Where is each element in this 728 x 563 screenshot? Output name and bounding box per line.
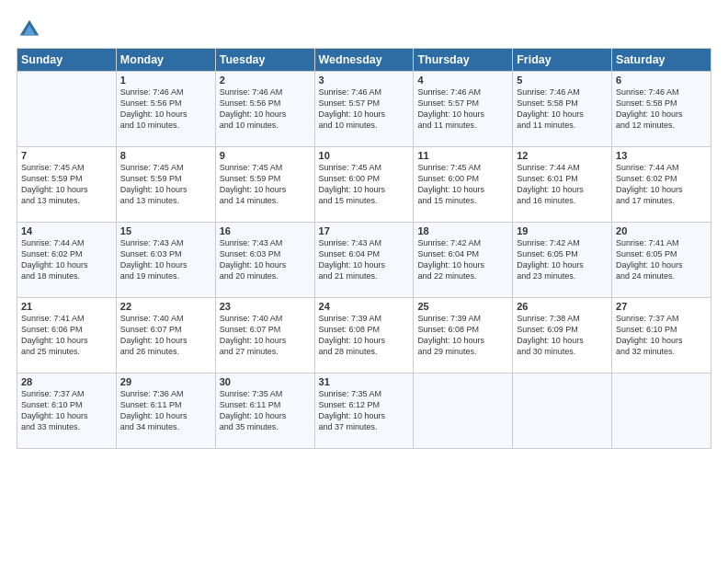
calendar-cell: 14Sunrise: 7:44 AM Sunset: 6:02 PM Dayli…	[17, 223, 117, 298]
calendar-cell: 16Sunrise: 7:43 AM Sunset: 6:03 PM Dayli…	[215, 223, 314, 298]
calendar-cell: 29Sunrise: 7:36 AM Sunset: 6:11 PM Dayli…	[116, 373, 215, 449]
day-number: 11	[417, 150, 508, 161]
cell-info: Sunrise: 7:39 AM Sunset: 6:08 PM Dayligh…	[319, 313, 410, 358]
day-number: 25	[417, 301, 508, 312]
day-number: 4	[417, 75, 508, 86]
column-header-saturday: Saturday	[612, 49, 711, 72]
day-number: 15	[120, 225, 211, 236]
calendar-cell: 1Sunrise: 7:46 AM Sunset: 5:56 PM Daylig…	[116, 72, 215, 147]
calendar-cell: 9Sunrise: 7:45 AM Sunset: 5:59 PM Daylig…	[215, 147, 314, 223]
day-number: 31	[319, 376, 410, 387]
day-number: 19	[517, 225, 608, 236]
cell-info: Sunrise: 7:46 AM Sunset: 5:56 PM Dayligh…	[120, 86, 211, 132]
day-number: 6	[616, 75, 707, 86]
day-number: 28	[21, 376, 112, 387]
week-row-1: 1Sunrise: 7:46 AM Sunset: 5:56 PM Daylig…	[17, 72, 711, 147]
cell-info: Sunrise: 7:40 AM Sunset: 6:07 PM Dayligh…	[120, 313, 211, 358]
cell-info: Sunrise: 7:43 AM Sunset: 6:04 PM Dayligh…	[319, 237, 410, 282]
calendar-cell: 8Sunrise: 7:45 AM Sunset: 5:59 PM Daylig…	[116, 147, 215, 223]
cell-info: Sunrise: 7:38 AM Sunset: 6:09 PM Dayligh…	[517, 313, 608, 358]
day-number: 24	[319, 301, 410, 312]
column-header-tuesday: Tuesday	[215, 49, 314, 72]
calendar-cell: 23Sunrise: 7:40 AM Sunset: 6:07 PM Dayli…	[215, 298, 314, 373]
day-number: 26	[517, 301, 608, 312]
day-number: 27	[616, 301, 707, 312]
cell-info: Sunrise: 7:45 AM Sunset: 5:59 PM Dayligh…	[220, 162, 311, 207]
day-number: 8	[120, 150, 211, 161]
cell-info: Sunrise: 7:44 AM Sunset: 6:01 PM Dayligh…	[517, 162, 608, 207]
day-number: 22	[120, 301, 211, 312]
cell-info: Sunrise: 7:42 AM Sunset: 6:04 PM Dayligh…	[417, 237, 508, 282]
week-row-5: 28Sunrise: 7:37 AM Sunset: 6:10 PM Dayli…	[17, 373, 711, 449]
day-number: 1	[120, 75, 211, 86]
calendar-cell: 24Sunrise: 7:39 AM Sunset: 6:08 PM Dayli…	[314, 298, 414, 373]
day-number: 29	[120, 376, 211, 387]
calendar-cell: 25Sunrise: 7:39 AM Sunset: 6:08 PM Dayli…	[414, 298, 513, 373]
day-number: 3	[319, 75, 410, 86]
cell-info: Sunrise: 7:45 AM Sunset: 5:59 PM Dayligh…	[120, 162, 211, 207]
calendar-cell: 2Sunrise: 7:46 AM Sunset: 5:56 PM Daylig…	[215, 72, 314, 147]
calendar-cell: 10Sunrise: 7:45 AM Sunset: 6:00 PM Dayli…	[314, 147, 414, 223]
page-header	[17, 17, 711, 42]
day-number: 16	[220, 225, 311, 236]
calendar-cell: 27Sunrise: 7:37 AM Sunset: 6:10 PM Dayli…	[612, 298, 711, 373]
cell-info: Sunrise: 7:43 AM Sunset: 6:03 PM Dayligh…	[220, 237, 311, 282]
day-number: 17	[319, 225, 410, 236]
calendar-cell: 7Sunrise: 7:45 AM Sunset: 5:59 PM Daylig…	[17, 147, 117, 223]
column-header-monday: Monday	[116, 49, 215, 72]
calendar-cell: 21Sunrise: 7:41 AM Sunset: 6:06 PM Dayli…	[17, 298, 117, 373]
column-header-friday: Friday	[513, 49, 612, 72]
day-number: 5	[517, 75, 608, 86]
cell-info: Sunrise: 7:42 AM Sunset: 6:05 PM Dayligh…	[517, 237, 608, 282]
cell-info: Sunrise: 7:45 AM Sunset: 6:00 PM Dayligh…	[319, 162, 410, 207]
calendar-cell	[513, 373, 612, 449]
calendar-cell: 4Sunrise: 7:46 AM Sunset: 5:57 PM Daylig…	[414, 72, 513, 147]
day-number: 18	[417, 225, 508, 236]
calendar-cell	[612, 373, 711, 449]
cell-info: Sunrise: 7:39 AM Sunset: 6:08 PM Dayligh…	[417, 313, 508, 358]
cell-info: Sunrise: 7:46 AM Sunset: 5:57 PM Dayligh…	[319, 86, 410, 132]
cell-info: Sunrise: 7:35 AM Sunset: 6:11 PM Dayligh…	[220, 388, 311, 433]
cell-info: Sunrise: 7:46 AM Sunset: 5:58 PM Dayligh…	[616, 86, 707, 132]
cell-info: Sunrise: 7:40 AM Sunset: 6:07 PM Dayligh…	[220, 313, 311, 358]
calendar-cell	[414, 373, 513, 449]
cell-info: Sunrise: 7:44 AM Sunset: 6:02 PM Dayligh…	[21, 237, 112, 282]
column-header-wednesday: Wednesday	[314, 49, 414, 72]
calendar-page: SundayMondayTuesdayWednesdayThursdayFrid…	[0, 0, 728, 563]
cell-info: Sunrise: 7:41 AM Sunset: 6:05 PM Dayligh…	[616, 237, 707, 282]
column-header-sunday: Sunday	[17, 49, 117, 72]
cell-info: Sunrise: 7:36 AM Sunset: 6:11 PM Dayligh…	[120, 388, 211, 433]
calendar-cell: 15Sunrise: 7:43 AM Sunset: 6:03 PM Dayli…	[116, 223, 215, 298]
calendar-cell: 5Sunrise: 7:46 AM Sunset: 5:58 PM Daylig…	[513, 72, 612, 147]
day-number: 23	[220, 301, 311, 312]
week-row-2: 7Sunrise: 7:45 AM Sunset: 5:59 PM Daylig…	[17, 147, 711, 223]
calendar-cell: 22Sunrise: 7:40 AM Sunset: 6:07 PM Dayli…	[116, 298, 215, 373]
calendar-cell: 13Sunrise: 7:44 AM Sunset: 6:02 PM Dayli…	[612, 147, 711, 223]
cell-info: Sunrise: 7:46 AM Sunset: 5:56 PM Dayligh…	[220, 86, 311, 132]
calendar-table: SundayMondayTuesdayWednesdayThursdayFrid…	[17, 48, 711, 449]
day-number: 13	[616, 150, 707, 161]
logo	[17, 17, 46, 42]
calendar-cell: 6Sunrise: 7:46 AM Sunset: 5:58 PM Daylig…	[612, 72, 711, 147]
column-header-thursday: Thursday	[414, 49, 513, 72]
day-number: 21	[21, 301, 112, 312]
cell-info: Sunrise: 7:41 AM Sunset: 6:06 PM Dayligh…	[21, 313, 112, 358]
calendar-cell: 20Sunrise: 7:41 AM Sunset: 6:05 PM Dayli…	[612, 223, 711, 298]
day-number: 9	[220, 150, 311, 161]
cell-info: Sunrise: 7:46 AM Sunset: 5:57 PM Dayligh…	[417, 86, 508, 132]
calendar-header-row: SundayMondayTuesdayWednesdayThursdayFrid…	[17, 49, 711, 72]
day-number: 10	[319, 150, 410, 161]
day-number: 2	[220, 75, 311, 86]
calendar-cell: 12Sunrise: 7:44 AM Sunset: 6:01 PM Dayli…	[513, 147, 612, 223]
week-row-3: 14Sunrise: 7:44 AM Sunset: 6:02 PM Dayli…	[17, 223, 711, 298]
cell-info: Sunrise: 7:37 AM Sunset: 6:10 PM Dayligh…	[616, 313, 707, 358]
day-number: 7	[21, 150, 112, 161]
cell-info: Sunrise: 7:44 AM Sunset: 6:02 PM Dayligh…	[616, 162, 707, 207]
cell-info: Sunrise: 7:37 AM Sunset: 6:10 PM Dayligh…	[21, 388, 112, 433]
calendar-cell: 17Sunrise: 7:43 AM Sunset: 6:04 PM Dayli…	[314, 223, 414, 298]
day-number: 20	[616, 225, 707, 236]
calendar-cell: 26Sunrise: 7:38 AM Sunset: 6:09 PM Dayli…	[513, 298, 612, 373]
calendar-cell: 31Sunrise: 7:35 AM Sunset: 6:12 PM Dayli…	[314, 373, 414, 449]
calendar-cell: 3Sunrise: 7:46 AM Sunset: 5:57 PM Daylig…	[314, 72, 414, 147]
cell-info: Sunrise: 7:45 AM Sunset: 6:00 PM Dayligh…	[417, 162, 508, 207]
